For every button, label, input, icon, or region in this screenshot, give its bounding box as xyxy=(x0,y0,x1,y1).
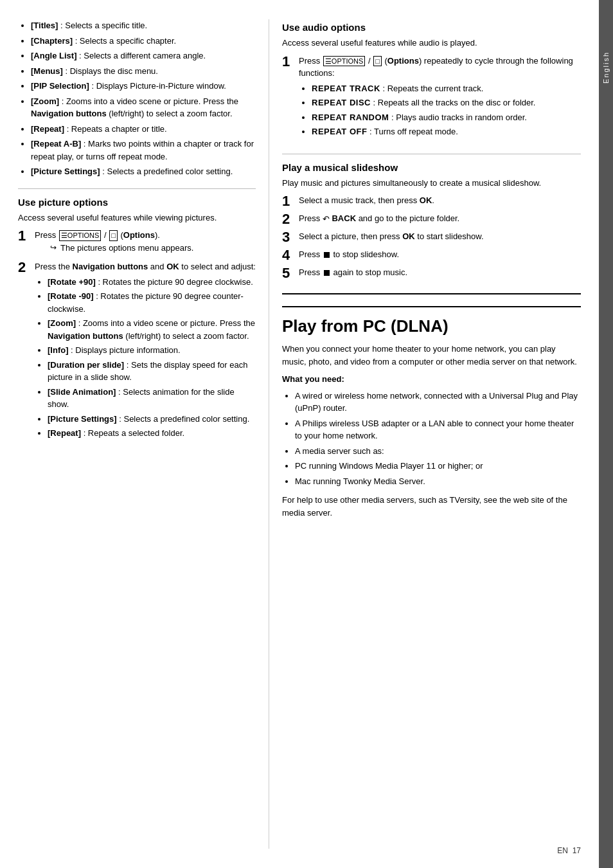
section-divider-3 xyxy=(282,293,581,294)
list-item: [Chapters] : Selects a specific chapter. xyxy=(31,35,256,48)
slideshow-step-4: 4 Press to stop slideshow. xyxy=(282,248,581,262)
stop-icon-5 xyxy=(324,270,330,276)
list-item: [PIP Selection] : Displays Picture-in-Pi… xyxy=(31,80,256,93)
list-item: A Philips wireless USB adapter or a LAN … xyxy=(295,417,581,442)
list-item: [Slide Animation] : Selects animation fo… xyxy=(48,386,256,411)
slideshow-step-5: 5 Press again to stop music. xyxy=(282,266,581,280)
slideshow-step-3-content: Select a picture, then press OK to start… xyxy=(299,230,581,243)
audio-step-1-row: 1 Press ☰OPTIONS / □ (Options) repeatedl… xyxy=(282,55,581,143)
list-item: A wired or wireless home network, connec… xyxy=(295,390,581,415)
left-column: [Titles] : Selects a specific title. [Ch… xyxy=(18,19,269,849)
audio-options-bullet-list: REPEAT TRACK : Repeats the current track… xyxy=(312,82,581,138)
top-bullet-list: [Titles] : Selects a specific title. [Ch… xyxy=(31,19,256,178)
main-content: [Titles] : Selects a specific title. [Ch… xyxy=(0,0,599,868)
play-musical-slideshow-section: Play a musical slideshow Play music and … xyxy=(282,162,581,281)
step-1-row: 1 Press ☰OPTIONS / □ (Options). ↪ The pi… xyxy=(18,229,256,257)
use-audio-options-intro: Access several useful features while aud… xyxy=(282,37,581,50)
list-item: [Zoom] : Zooms into a video scene or pic… xyxy=(31,95,256,120)
audio-options-box-icon: □ xyxy=(373,56,382,66)
play-from-pc-heading: Play from PC (DLNA) xyxy=(282,306,581,336)
options-icon: ☰OPTIONS xyxy=(59,230,102,240)
slideshow-step-2-content: Press ↶ BACK and go to the picture folde… xyxy=(299,212,581,225)
section-divider xyxy=(18,188,256,189)
play-musical-slideshow-heading: Play a musical slideshow xyxy=(282,162,581,173)
audio-options-icon: ☰OPTIONS xyxy=(323,56,366,66)
audio-step-1-number: 1 xyxy=(282,55,294,69)
play-from-pc-footer-text: For help to use other media servers, suc… xyxy=(282,494,581,519)
page-footer-num: 17 xyxy=(573,846,581,855)
play-from-pc-intro: When you connect your home theater to yo… xyxy=(282,343,581,368)
list-item: REPEAT RANDOM : Plays audio tracks in ra… xyxy=(312,111,581,124)
stop-icon-4 xyxy=(324,252,330,258)
side-tab: English xyxy=(599,0,613,868)
list-item: [Menus] : Displays the disc menu. xyxy=(31,65,256,78)
audio-step-1-content: Press ☰OPTIONS / □ (Options) repeatedly … xyxy=(299,55,581,143)
options-box-icon: □ xyxy=(109,230,118,240)
list-item: [Repeat A-B] : Marks two points within a… xyxy=(31,138,256,163)
list-item: [Picture Settings] : Selects a predefine… xyxy=(48,413,256,426)
slideshow-step-1-content: Select a music track, then press OK. xyxy=(299,194,581,207)
slideshow-step-4-content: Press to stop slideshow. xyxy=(299,248,581,261)
list-item: REPEAT OFF : Turns off repeat mode. xyxy=(312,125,581,138)
list-item: [Info] : Displays picture information. xyxy=(48,344,256,357)
list-item: [Zoom] : Zooms into a video scene or pic… xyxy=(48,317,256,342)
step-1-content: Press ☰OPTIONS / □ (Options). ↪ The pict… xyxy=(35,229,256,257)
slideshow-step-3-num: 3 xyxy=(282,230,294,244)
slideshow-step-2: 2 Press ↶ BACK and go to the picture fol… xyxy=(282,212,581,226)
step-2-content: Press the Navigation buttons and OK to s… xyxy=(35,260,256,445)
use-picture-options-section: Use picture options Access several usefu… xyxy=(18,197,256,445)
play-from-pc-section: Play from PC (DLNA) When you connect you… xyxy=(282,306,581,519)
step-2-bullet-list: [Rotate +90] : Rotates the picture 90 de… xyxy=(48,276,256,440)
list-item: REPEAT TRACK : Repeats the current track… xyxy=(312,82,581,95)
list-item: [Titles] : Selects a specific title. xyxy=(31,19,256,32)
use-audio-options-heading: Use audio options xyxy=(282,22,581,33)
slideshow-step-5-num: 5 xyxy=(282,266,294,280)
slideshow-step-3: 3 Select a picture, then press OK to sta… xyxy=(282,230,581,244)
section-divider-2 xyxy=(282,154,581,154)
list-item: [Angle List] : Selects a different camer… xyxy=(31,50,256,62)
list-item: [Picture Settings] : Selects a predefine… xyxy=(31,165,256,178)
page-container: [Titles] : Selects a specific title. [Ch… xyxy=(0,0,613,868)
play-musical-slideshow-intro: Play music and pictures simultaneously t… xyxy=(282,177,581,190)
page-footer: EN 17 xyxy=(557,846,581,855)
use-picture-options-intro: Access several useful features while vie… xyxy=(18,212,256,224)
slideshow-step-5-content: Press again to stop music. xyxy=(299,266,581,279)
use-picture-options-heading: Use picture options xyxy=(18,197,256,208)
step-2-number: 2 xyxy=(18,260,30,275)
side-tab-label: English xyxy=(602,51,610,84)
list-item: [Repeat] : Repeats a chapter or title. xyxy=(31,123,256,136)
right-column: Use audio options Access several useful … xyxy=(269,19,581,849)
list-item: Mac running Twonky Media Server. xyxy=(295,475,581,488)
slideshow-step-1-num: 1 xyxy=(282,194,294,208)
list-item: REPEAT DISC : Repeats all the tracks on … xyxy=(312,96,581,109)
list-item: [Duration per slide] : Sets the display … xyxy=(48,359,256,384)
list-item: [Rotate +90] : Rotates the picture 90 de… xyxy=(48,276,256,289)
step-1-arrow: ↪ The pictures options menu appears. xyxy=(50,242,256,255)
use-audio-options-section: Use audio options Access several useful … xyxy=(282,22,581,143)
step-1-number: 1 xyxy=(18,229,30,243)
page-footer-label: EN xyxy=(557,846,568,855)
what-you-need-label: What you need: xyxy=(282,373,581,386)
slideshow-step-4-num: 4 xyxy=(282,248,294,262)
step-2-row: 2 Press the Navigation buttons and OK to… xyxy=(18,260,256,445)
list-item: PC running Windows Media Player 11 or hi… xyxy=(295,460,581,473)
play-from-pc-bullet-list: A wired or wireless home network, connec… xyxy=(295,390,581,488)
slideshow-step-1: 1 Select a music track, then press OK. xyxy=(282,194,581,208)
list-item: A media server such as: xyxy=(295,445,581,458)
list-item: [Repeat] : Repeats a selected folder. xyxy=(48,427,256,440)
list-item: [Rotate -90] : Rotates the picture 90 de… xyxy=(48,290,256,315)
slideshow-step-2-num: 2 xyxy=(282,212,294,226)
